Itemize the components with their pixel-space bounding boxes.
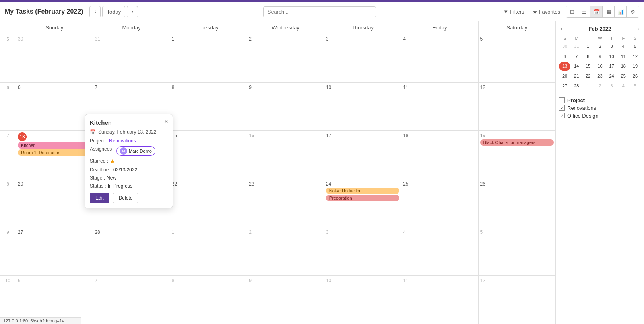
mini-day-26[interactable]: 26 <box>630 72 641 81</box>
cal-cell-16-wed[interactable]: 16 <box>247 131 324 179</box>
cal-cell-3-mar[interactable]: 3 <box>324 227 401 275</box>
mini-day-14[interactable]: 14 <box>571 62 582 71</box>
cal-cell-8-mar[interactable]: 8 <box>170 276 247 324</box>
mini-day-5[interactable]: 5 <box>630 42 641 52</box>
mini-day-1-mar[interactable]: 1 <box>582 81 594 91</box>
cal-cell-6-mar[interactable]: 6 <box>16 276 93 324</box>
cal-cell-12-mar[interactable]: 12 <box>479 276 555 324</box>
mini-day-22[interactable]: 22 <box>582 72 594 81</box>
mini-day-6[interactable]: 6 <box>559 52 570 62</box>
cal-cell-30[interactable]: 30 <box>16 34 93 82</box>
cal-cell-27-sun[interactable]: 27 <box>16 227 93 275</box>
cal-cell-20-sun[interactable]: 20 <box>16 179 93 227</box>
cal-cell-13-sun[interactable]: 13 Kitchen Room 1: Decoration <box>16 131 93 179</box>
cal-cell-5-mar[interactable]: 5 <box>479 227 555 275</box>
settings-view-button[interactable]: ⚙ <box>627 6 639 17</box>
popup-edit-button[interactable]: Edit <box>90 193 109 203</box>
cal-cell-22-tue[interactable]: 22 <box>170 179 247 227</box>
popup-delete-button[interactable]: Delete <box>113 193 139 203</box>
mini-day-1[interactable]: 1 <box>582 42 594 52</box>
cal-cell-18-fri[interactable]: 18 <box>401 131 478 179</box>
mini-day-31[interactable]: 31 <box>571 42 582 52</box>
cal-cell-26-sat[interactable]: 26 <box>479 179 555 227</box>
cal-cell-4-feb[interactable]: 4 <box>401 34 478 82</box>
today-button[interactable]: Today <box>102 6 125 17</box>
mini-day-3-mar[interactable]: 3 <box>606 81 617 91</box>
mini-day-12[interactable]: 12 <box>630 52 641 62</box>
cal-cell-5-feb[interactable]: 5 <box>479 34 555 82</box>
search-input[interactable] <box>263 6 376 17</box>
cal-cell-10-mar[interactable]: 10 <box>324 276 401 324</box>
cal-cell-9-mar[interactable]: 9 <box>247 276 324 324</box>
event-kitchen[interactable]: Kitchen <box>18 142 91 149</box>
cal-cell-9-wed[interactable]: 9 <box>247 83 324 130</box>
mini-day-27[interactable]: 27 <box>559 81 570 91</box>
cal-cell-10-thu[interactable]: 10 <box>324 83 401 130</box>
mini-day-3[interactable]: 3 <box>606 42 617 52</box>
mini-day-2-mar[interactable]: 2 <box>594 81 605 91</box>
mini-day-16[interactable]: 16 <box>594 62 605 71</box>
prev-button[interactable]: ‹ <box>89 6 101 17</box>
mini-day-4-mar[interactable]: 4 <box>618 81 629 91</box>
cal-cell-3-feb[interactable]: 3 <box>324 34 401 82</box>
event-preparation[interactable]: Preparation <box>326 195 399 201</box>
list-view-button[interactable]: ☰ <box>578 6 590 17</box>
event-noise-heduction[interactable]: Noise Heduction <box>326 188 399 194</box>
mini-cal-next[interactable]: › <box>636 25 641 33</box>
chart-view-button[interactable]: 📊 <box>615 6 627 17</box>
cal-cell-2-mar[interactable]: 2 <box>247 227 324 275</box>
mini-day-28[interactable]: 28 <box>571 81 582 91</box>
mini-day-10[interactable]: 10 <box>606 52 617 62</box>
cal-cell-17-thu[interactable]: 17 <box>324 131 401 179</box>
mini-day-5-mar[interactable]: 5 <box>630 81 641 91</box>
kanban-view-button[interactable]: ⊞ <box>566 6 578 17</box>
mini-day-20[interactable]: 20 <box>559 72 570 81</box>
table-view-button[interactable]: ▦ <box>603 6 615 17</box>
mini-day-23[interactable]: 23 <box>594 72 605 81</box>
legend-renovations-checkbox[interactable]: ✓ <box>559 105 565 111</box>
popup-close-button[interactable]: ✕ <box>164 118 169 125</box>
mini-day-7[interactable]: 7 <box>571 52 582 62</box>
mini-day-2[interactable]: 2 <box>594 42 605 52</box>
cal-cell-24-thu[interactable]: 24 Noise Heduction Preparation <box>324 179 401 227</box>
cal-cell-11-mar[interactable]: 11 <box>401 276 478 324</box>
mini-cal-prev[interactable]: ‹ <box>559 25 564 33</box>
mini-day-21[interactable]: 21 <box>571 72 582 81</box>
mini-day-8[interactable]: 8 <box>582 52 594 62</box>
cal-cell-1-feb[interactable]: 1 <box>170 34 247 82</box>
cal-cell-2-feb[interactable]: 2 <box>247 34 324 82</box>
mini-day-13[interactable]: 13 <box>559 62 570 71</box>
cal-cell-15-tue[interactable]: 15 <box>170 131 247 179</box>
legend-office-design-checkbox[interactable]: ✓ <box>559 113 565 118</box>
calendar-view-button[interactable]: 📅 <box>590 6 603 17</box>
popup-project-value[interactable]: Renovations <box>109 138 136 144</box>
cal-cell-4-mar[interactable]: 4 <box>401 227 478 275</box>
cal-cell-25-fri[interactable]: 25 <box>401 179 478 227</box>
mini-day-18[interactable]: 18 <box>618 62 629 71</box>
mini-day-19[interactable]: 19 <box>630 62 641 71</box>
mini-day-17[interactable]: 17 <box>606 62 617 71</box>
mini-day-30[interactable]: 30 <box>559 42 570 52</box>
cal-cell-7-mar[interactable]: 7 <box>93 276 170 324</box>
cal-cell-23-wed[interactable]: 23 <box>247 179 324 227</box>
mini-day-24[interactable]: 24 <box>606 72 617 81</box>
filters-button[interactable]: ▼ Filters <box>501 7 526 17</box>
cal-cell-8-tue[interactable]: 8 <box>170 83 247 130</box>
cal-cell-6-sun[interactable]: 6 <box>16 83 93 130</box>
cal-cell-12-sat[interactable]: 12 <box>479 83 555 130</box>
event-room1[interactable]: Room 1: Decoration <box>18 149 91 156</box>
event-black-chairs[interactable]: Black Chairs for managers <box>480 139 554 146</box>
cal-cell-28-mon[interactable]: 28 <box>93 227 170 275</box>
cal-cell-31[interactable]: 31 <box>93 34 170 82</box>
cal-cell-11-fri[interactable]: 11 <box>401 83 478 130</box>
assignee-chip[interactable]: M Marc Demo <box>116 146 155 156</box>
next-button[interactable]: › <box>127 6 138 17</box>
mini-day-11[interactable]: 11 <box>618 52 629 62</box>
starred-icon[interactable]: ★ <box>110 158 115 165</box>
mini-day-15[interactable]: 15 <box>582 62 594 71</box>
cal-cell-1-mar[interactable]: 1 <box>170 227 247 275</box>
legend-header-checkbox[interactable] <box>559 97 565 103</box>
mini-day-25[interactable]: 25 <box>618 72 629 81</box>
favorites-button[interactable]: ★ Favorites <box>530 7 563 17</box>
mini-day-4[interactable]: 4 <box>618 42 629 52</box>
